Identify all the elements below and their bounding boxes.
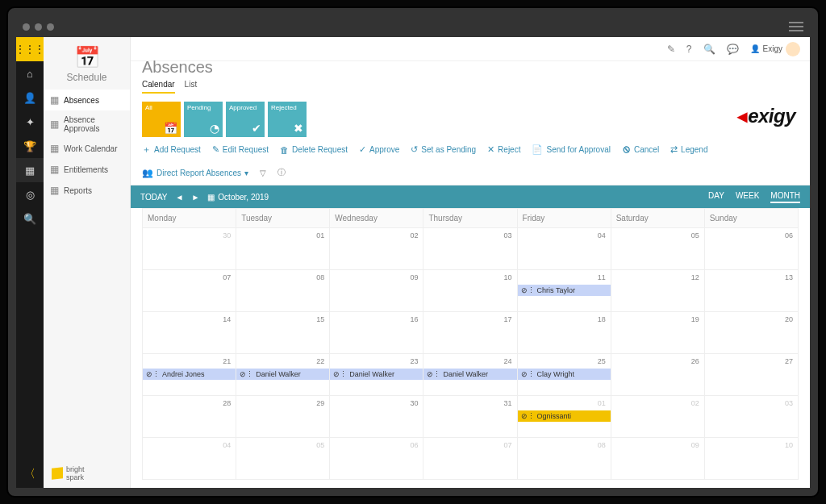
filter-card[interactable]: Pending◔ — [184, 102, 223, 137]
calendar-cell[interactable]: 28 — [143, 396, 236, 438]
calendar-cell[interactable]: 31 — [423, 396, 517, 438]
calendar-view-tab[interactable]: DAY — [708, 191, 724, 203]
toolbar-action[interactable]: ↺Set as Pending — [411, 144, 476, 155]
sidebar-item-label: Work Calendar — [64, 144, 118, 153]
collapse-icon[interactable]: 〈 — [24, 467, 35, 481]
rail-icon[interactable]: ▦ — [16, 158, 44, 182]
view-tab[interactable]: List — [185, 80, 198, 94]
window-dot[interactable] — [35, 23, 42, 31]
filter-card[interactable]: Rejected✖ — [268, 102, 307, 137]
calendar-cell[interactable]: 20 — [704, 312, 798, 354]
calendar-cell[interactable]: 27 — [704, 354, 798, 396]
calendar-event[interactable]: ⊘⋮Ognissanti — [518, 410, 611, 422]
rail-icon[interactable]: 🏆 — [16, 134, 44, 158]
toolbar-action[interactable]: ✓Approve — [359, 144, 399, 155]
toolbar-action[interactable]: 👥Direct Report Absences ▾ — [142, 168, 248, 178]
calendar-cell[interactable]: 11⊘⋮Chris Taylor — [517, 270, 611, 312]
toolbar-action[interactable]: ✎Edit Request — [212, 144, 269, 155]
filter-icon[interactable]: ▽ — [260, 169, 266, 177]
rail-icon[interactable]: ◎ — [16, 182, 44, 206]
calendar-cell[interactable]: 02 — [330, 228, 423, 270]
rail-icon[interactable]: ✦ — [16, 110, 44, 134]
info-icon[interactable]: ⓘ — [277, 167, 286, 178]
rail-icon[interactable]: 👤 — [16, 85, 44, 110]
calendar-cell[interactable]: 12 — [611, 270, 704, 312]
prev-arrow-icon[interactable]: ◄ — [176, 193, 184, 202]
calendar-cell[interactable]: 02 — [611, 396, 704, 438]
calendar-cell[interactable]: 05 — [236, 438, 330, 480]
toolbar-action[interactable]: ⇄Legend — [670, 144, 707, 155]
calendar-event[interactable]: ⊘⋮Daniel Walker — [423, 369, 516, 380]
edit-icon[interactable]: ✎ — [667, 44, 675, 55]
calendar-event[interactable]: ⊘⋮Daniel Walker — [330, 369, 423, 380]
calendar-view-tab[interactable]: WEEK — [736, 191, 759, 203]
month-picker[interactable]: ▦ October, 2019 — [207, 193, 269, 202]
calendar-cell[interactable]: 24⊘⋮Daniel Walker — [423, 354, 517, 396]
chat-icon[interactable]: 💬 — [727, 44, 739, 55]
calendar-cell[interactable]: 08 — [517, 438, 611, 480]
day-number: 06 — [410, 441, 418, 449]
user-menu[interactable]: 👤 Exigy — [750, 42, 800, 56]
calendar-cell[interactable]: 18 — [517, 312, 611, 354]
calendar-cell[interactable]: 22⊘⋮Daniel Walker — [236, 354, 330, 396]
calendar-event[interactable]: ⊘⋮Chris Taylor — [518, 285, 611, 296]
calendar-cell[interactable]: 06 — [704, 228, 798, 270]
calendar-cell[interactable]: 03 — [423, 228, 517, 270]
app-launcher-icon[interactable]: ⋮⋮⋮ — [16, 37, 44, 61]
help-icon[interactable]: ? — [686, 44, 692, 55]
next-arrow-icon[interactable]: ► — [191, 193, 199, 202]
calendar-cell[interactable]: 29 — [236, 396, 330, 438]
calendar-cell[interactable]: 30 — [143, 228, 236, 270]
main-area: ✎ ? 🔍 💬 👤 Exigy Absences CalendarList Al… — [131, 37, 810, 488]
sidebar-item[interactable]: ▦Work Calendar — [44, 138, 130, 159]
calendar-cell[interactable]: 23⊘⋮Daniel Walker — [330, 354, 423, 396]
calendar-cell[interactable]: 16 — [330, 312, 423, 354]
calendar-cell[interactable]: 08 — [236, 270, 330, 312]
calendar-cell[interactable]: 15 — [236, 312, 330, 354]
filter-card[interactable]: Approved✔ — [226, 102, 265, 137]
hamburger-icon[interactable] — [789, 22, 803, 31]
calendar-cell[interactable]: 30 — [330, 396, 423, 438]
view-tab[interactable]: Calendar — [142, 80, 175, 94]
calendar-event[interactable]: ⊘⋮Daniel Walker — [236, 369, 329, 380]
sidebar-item[interactable]: ▦Absence Approvals — [44, 110, 130, 138]
rail-icon[interactable]: 🔍 — [16, 206, 44, 231]
calendar-cell[interactable]: 06 — [330, 438, 423, 480]
toolbar-action[interactable]: ＋Add Request — [142, 144, 201, 156]
sidebar-item[interactable]: ▦Entitlements — [44, 159, 130, 180]
calendar-cell[interactable]: 03 — [704, 396, 798, 438]
calendar-cell[interactable]: 09 — [611, 438, 704, 480]
calendar-cell[interactable]: 14 — [143, 312, 236, 354]
calendar-cell[interactable]: 07 — [423, 438, 517, 480]
calendar-cell[interactable]: 10 — [423, 270, 517, 312]
calendar-event[interactable]: ⊘⋮Andrei Jones — [143, 369, 236, 380]
calendar-cell[interactable]: 26 — [611, 354, 704, 396]
toolbar-action[interactable]: ✕Reject — [487, 144, 520, 155]
toolbar-action[interactable]: 📄Send for Approval — [532, 144, 611, 155]
search-icon[interactable]: 🔍 — [703, 44, 715, 55]
calendar-cell[interactable]: 17 — [423, 312, 517, 354]
calendar-cell[interactable]: 10 — [704, 438, 798, 480]
rail-icon[interactable]: ⌂ — [16, 61, 44, 85]
calendar-cell[interactable]: 04 — [517, 228, 611, 270]
calendar-cell[interactable]: 13 — [704, 270, 798, 312]
sidebar-item[interactable]: ▦Absences — [44, 90, 130, 110]
toolbar-action[interactable]: 🗑Delete Request — [280, 145, 348, 155]
calendar-cell[interactable]: 01 — [236, 228, 330, 270]
calendar-cell[interactable]: 19 — [611, 312, 704, 354]
calendar-cell[interactable]: 21⊘⋮Andrei Jones — [143, 354, 236, 396]
calendar-cell[interactable]: 25⊘⋮Clay Wright — [517, 354, 611, 396]
filter-card[interactable]: All📅 — [142, 102, 181, 137]
calendar-event[interactable]: ⊘⋮Clay Wright — [518, 369, 611, 380]
calendar-view-tab[interactable]: MONTH — [770, 191, 800, 203]
calendar-cell[interactable]: 07 — [143, 270, 236, 312]
calendar-cell[interactable]: 05 — [611, 228, 704, 270]
window-dot[interactable] — [47, 23, 54, 31]
calendar-cell[interactable]: 04 — [143, 438, 236, 480]
sidebar-item[interactable]: ▦Reports — [44, 180, 130, 201]
calendar-cell[interactable]: 01⊘⋮Ognissanti — [517, 396, 611, 438]
toolbar-action[interactable]: 🛇Cancel — [622, 145, 659, 155]
today-button[interactable]: TODAY — [140, 193, 168, 202]
calendar-cell[interactable]: 09 — [330, 270, 423, 312]
window-dot[interactable] — [23, 23, 30, 31]
